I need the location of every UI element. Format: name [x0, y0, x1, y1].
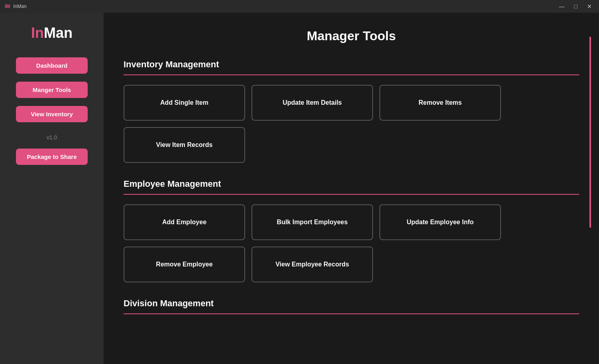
title-bar-left: IM InMan — [5, 4, 27, 9]
title-bar-controls: — □ ✕ — [557, 3, 594, 10]
inventory-button-grid: Add Single Item Update Item Details Remo… — [124, 85, 579, 121]
sidebar-item-view-inventory[interactable]: View Inventory — [16, 106, 88, 122]
employee-management-section: Employee Management Add Employee Bulk Im… — [124, 179, 579, 282]
inventory-divider — [124, 74, 579, 75]
add-employee-button[interactable]: Add Employee — [124, 204, 245, 240]
bulk-import-employees-button[interactable]: Bulk Import Employees — [251, 204, 373, 240]
division-divider — [124, 313, 579, 314]
employee-section-title: Employee Management — [124, 179, 579, 189]
update-item-details-button[interactable]: Update Item Details — [251, 85, 373, 121]
remove-items-button[interactable]: Remove Items — [379, 85, 501, 121]
maximize-button[interactable]: □ — [572, 3, 580, 10]
view-employee-records-button[interactable]: View Employee Records — [251, 247, 373, 282]
version-label: v1.0 — [47, 134, 57, 141]
close-button[interactable]: ✕ — [585, 3, 594, 10]
package-to-share-button[interactable]: Package to Share — [16, 149, 88, 165]
inventory-management-section: Inventory Management Add Single Item Upd… — [124, 59, 579, 163]
inventory-button-grid-2: View Item Records — [124, 127, 579, 163]
title-bar: IM InMan — □ ✕ — [0, 0, 599, 13]
minimize-button[interactable]: — — [557, 3, 567, 10]
title-bar-title: InMan — [13, 4, 26, 9]
sidebar-item-manger-tools[interactable]: Manger Tools — [16, 82, 88, 98]
employee-button-grid: Add Employee Bulk Import Employees Updat… — [124, 204, 579, 240]
page-title: Manager Tools — [124, 29, 579, 43]
division-section-title: Division Management — [124, 298, 579, 309]
employee-divider — [124, 194, 579, 195]
scroll-accent — [589, 37, 591, 228]
logo: InMan — [31, 25, 73, 41]
title-bar-logo: IM — [5, 4, 10, 9]
view-item-records-button[interactable]: View Item Records — [124, 127, 245, 163]
inventory-section-title: Inventory Management — [124, 59, 579, 70]
update-employee-info-button[interactable]: Update Employee Info — [379, 204, 501, 240]
sidebar-item-dashboard[interactable]: Dashboard — [16, 57, 88, 74]
logo-man: Man — [44, 25, 73, 41]
sidebar: InMan Dashboard Manger Tools View Invent… — [0, 13, 104, 364]
logo-in: In — [31, 25, 44, 41]
app-container: InMan Dashboard Manger Tools View Invent… — [0, 13, 599, 364]
main-content: Manager Tools Inventory Management Add S… — [104, 13, 599, 364]
add-single-item-button[interactable]: Add Single Item — [124, 85, 245, 121]
employee-button-grid-2: Remove Employee View Employee Records — [124, 247, 579, 282]
remove-employee-button[interactable]: Remove Employee — [124, 247, 245, 282]
division-management-section: Division Management — [124, 298, 579, 314]
